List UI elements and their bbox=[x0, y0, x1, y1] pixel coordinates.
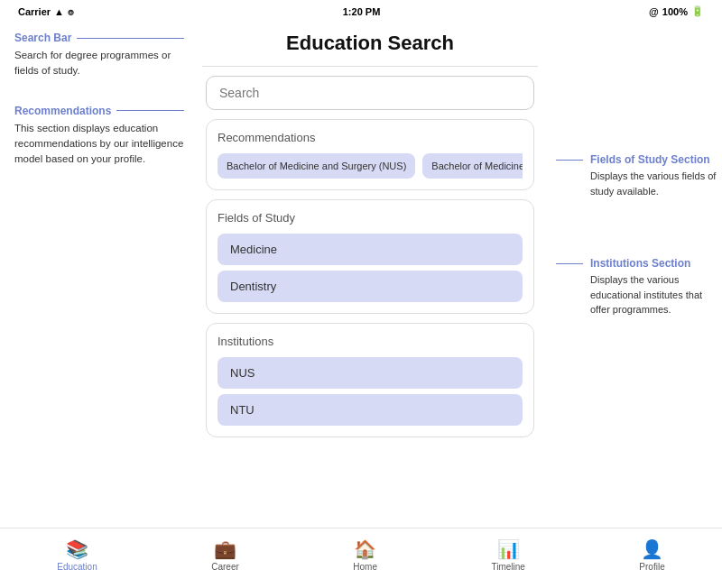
field-item-1[interactable]: Dentistry bbox=[218, 271, 523, 302]
status-time: 1:20 PM bbox=[343, 6, 381, 17]
rec-pill-0[interactable]: Bachelor of Medicine and Surgery (NUS) bbox=[218, 153, 415, 179]
profile-icon: 👤 bbox=[641, 538, 663, 560]
signal-icon: ▲ bbox=[54, 6, 64, 17]
annotation-search-bar-line bbox=[77, 38, 184, 39]
annotation-institutions-content: Institutions Section Displays the variou… bbox=[590, 257, 722, 317]
nav-label-education: Education bbox=[57, 562, 97, 572]
location-icon: @ bbox=[649, 6, 659, 17]
annotation-search-bar: Search Bar Search for degree programmes … bbox=[14, 32, 184, 79]
annotations-right: Fields of Study Section Displays the var… bbox=[542, 23, 722, 528]
status-left: Carrier ▲ ⌾ bbox=[18, 6, 74, 17]
main-layout: Search Bar Search for degree programmes … bbox=[0, 23, 722, 528]
wifi-icon: ⌾ bbox=[68, 6, 74, 17]
bottom-nav: 📚 Education 💼 Career 🏠 Home 📊 Timeline 👤… bbox=[0, 528, 722, 582]
annotation-fields-content: Fields of Study Section Displays the var… bbox=[590, 153, 722, 198]
app-area: Education Search Recommendations Bachelo… bbox=[199, 23, 542, 528]
institution-item-1[interactable]: NTU bbox=[218, 394, 523, 426]
annotations-left: Search Bar Search for degree programmes … bbox=[0, 23, 199, 528]
annotation-recommendations: Recommendations This section displays ed… bbox=[14, 105, 184, 168]
battery-icon: 🔋 bbox=[691, 5, 704, 17]
status-right: @ 100% 🔋 bbox=[649, 5, 704, 17]
annotation-institutions-title: Institutions Section bbox=[590, 257, 722, 270]
nav-item-profile[interactable]: 👤 Profile bbox=[639, 538, 664, 572]
nav-item-career[interactable]: 💼 Career bbox=[211, 538, 239, 572]
annotation-fields-title: Fields of Study Section bbox=[590, 153, 722, 166]
recommendations-card: Recommendations Bachelor of Medicine and… bbox=[206, 119, 534, 190]
battery-text: 100% bbox=[662, 6, 688, 17]
nav-label-home: Home bbox=[353, 562, 377, 572]
annotation-fields-text: Displays the various fields of study ava… bbox=[590, 169, 722, 198]
home-icon: 🏠 bbox=[354, 538, 376, 560]
career-icon: 💼 bbox=[214, 538, 236, 560]
institutions-card: Institutions NUS NTU bbox=[206, 323, 534, 437]
annotation-institutions-section: Institutions Section Displays the variou… bbox=[556, 257, 722, 317]
annotation-institutions-line bbox=[556, 263, 583, 264]
fields-of-study-card: Fields of Study Medicine Dentistry bbox=[206, 199, 534, 314]
annotation-recommendations-title: Recommendations bbox=[14, 105, 184, 117]
nav-label-timeline: Timeline bbox=[491, 562, 524, 572]
institutions-title: Institutions bbox=[218, 335, 523, 348]
carrier-text: Carrier bbox=[18, 6, 51, 17]
annotation-search-bar-text: Search for degree programmes or fields o… bbox=[14, 48, 184, 79]
annotation-institutions-text: Displays the various educational institu… bbox=[590, 272, 722, 317]
annotation-recommendations-line bbox=[116, 110, 184, 111]
scroll-area: Recommendations Bachelor of Medicine and… bbox=[202, 76, 538, 528]
rec-pill-1[interactable]: Bachelor of Medicine and Surgery (NTU) bbox=[422, 153, 523, 179]
annotation-fields-line bbox=[556, 160, 583, 161]
nav-label-career: Career bbox=[211, 562, 239, 572]
search-input[interactable] bbox=[206, 76, 534, 110]
page-title: Education Search bbox=[202, 23, 538, 67]
status-bar: Carrier ▲ ⌾ 1:20 PM @ 100% 🔋 bbox=[0, 0, 722, 23]
field-item-0[interactable]: Medicine bbox=[218, 234, 523, 265]
nav-label-profile: Profile bbox=[639, 562, 664, 572]
nav-item-timeline[interactable]: 📊 Timeline bbox=[491, 538, 524, 572]
annotation-search-bar-title: Search Bar bbox=[14, 32, 184, 44]
recommendations-row: Bachelor of Medicine and Surgery (NUS) B… bbox=[218, 153, 523, 179]
fields-of-study-title: Fields of Study bbox=[218, 211, 523, 225]
nav-item-education[interactable]: 📚 Education bbox=[57, 538, 97, 572]
annotation-fields-section: Fields of Study Section Displays the var… bbox=[556, 153, 722, 198]
education-icon: 📚 bbox=[66, 538, 88, 560]
timeline-icon: 📊 bbox=[497, 538, 520, 560]
recommendations-title: Recommendations bbox=[218, 131, 523, 144]
annotation-recommendations-text: This section displays education recommen… bbox=[14, 121, 184, 168]
nav-item-home[interactable]: 🏠 Home bbox=[353, 538, 377, 572]
institution-item-0[interactable]: NUS bbox=[218, 357, 523, 389]
